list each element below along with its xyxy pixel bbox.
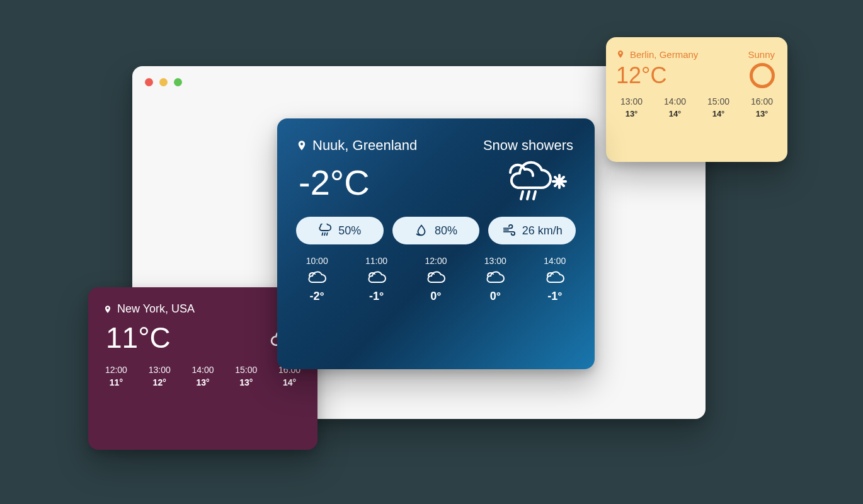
- current-temp: 12°C: [616, 62, 666, 89]
- forecast-hour: 14:00 -1°: [544, 256, 566, 303]
- forecast-hour: 13:0013°: [620, 96, 643, 118]
- forecast-hour: 16:0013°: [751, 96, 773, 118]
- hourly-forecast: 13:0013° 14:0014° 15:0014° 16:0013°: [606, 90, 787, 129]
- cloudy-small-icon: [306, 270, 328, 286]
- svg-line-2: [527, 192, 529, 199]
- location-pin-icon: [296, 139, 307, 152]
- cloudy-small-icon: [544, 270, 566, 286]
- location-label: New York, USA: [117, 302, 195, 316]
- snow-showers-icon: [499, 159, 573, 205]
- window-zoom-dot[interactable]: [174, 78, 182, 86]
- location-label: Nuuk, Greenland: [312, 137, 417, 154]
- forecast-hour: 12:0011°: [105, 365, 127, 387]
- forecast-hour: 13:0012°: [149, 365, 171, 387]
- svg-line-8: [323, 233, 323, 236]
- precip-value: 50%: [338, 224, 361, 238]
- location-pin-icon: [103, 304, 112, 315]
- window-minimize-dot[interactable]: [159, 78, 168, 86]
- precip-pill: 50%: [296, 217, 384, 244]
- forecast-hour: 11:00 -1°: [365, 256, 388, 303]
- hourly-forecast: 10:00 -2° 11:00 -1° 12:00 0° 13:00 0° 14…: [277, 244, 595, 318]
- cloudy-small-icon: [365, 270, 388, 286]
- forecast-hour: 12:00 0°: [425, 256, 447, 303]
- forecast-hour: 10:00 -2°: [306, 256, 328, 303]
- forecast-hour: 15:0014°: [707, 96, 729, 118]
- precip-icon: [318, 224, 332, 238]
- condition-label: Snow showers: [483, 137, 573, 154]
- wind-icon: [502, 224, 516, 238]
- svg-line-3: [534, 192, 535, 199]
- svg-line-9: [324, 233, 325, 236]
- forecast-hour: 13:00 0°: [484, 256, 506, 303]
- wind-value: 26 km/h: [522, 224, 563, 238]
- weather-card-berlin[interactable]: Berlin, Germany Sunny 12°C 13:0013° 14:0…: [606, 37, 787, 162]
- cloudy-small-icon: [425, 270, 447, 286]
- metrics-row: 50% 80% 26 km/h: [277, 205, 595, 244]
- svg-line-10: [327, 233, 328, 236]
- forecast-hour: 14:0014°: [664, 96, 686, 118]
- humidity-value: 80%: [435, 224, 457, 238]
- current-temp: -2°C: [299, 162, 370, 203]
- window-close-dot[interactable]: [145, 78, 153, 86]
- wind-pill: 26 km/h: [488, 217, 576, 244]
- location-pin-icon: [616, 49, 625, 60]
- weather-card-nuuk[interactable]: Nuuk, Greenland Snow showers -2°C 50%: [277, 118, 595, 369]
- forecast-hour: 14:0013°: [191, 365, 214, 387]
- current-temp: 11°C: [106, 321, 171, 355]
- sunny-icon: [750, 63, 775, 88]
- cloudy-small-icon: [484, 270, 506, 286]
- svg-line-1: [521, 192, 523, 199]
- forecast-hour: 15:0013°: [235, 365, 257, 387]
- humidity-icon: [414, 224, 428, 238]
- humidity-pill: 80%: [392, 217, 480, 244]
- condition-label: Sunny: [748, 49, 775, 60]
- location-label: Berlin, Germany: [630, 49, 698, 60]
